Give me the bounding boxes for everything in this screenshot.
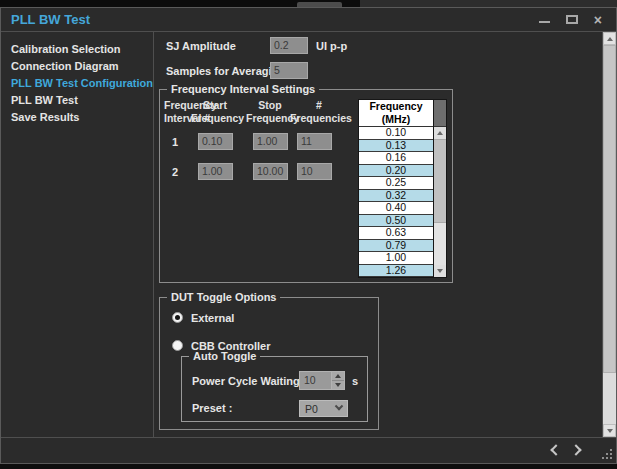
close-icon[interactable]: × — [594, 14, 602, 26]
preset-dropdown[interactable]: P0 — [299, 400, 348, 417]
auto-toggle-group: Auto Toggle Power Cycle Waiting : 10 s P… — [181, 356, 368, 422]
table-row[interactable]: 0.16 — [359, 152, 433, 165]
bottom-bar — [1, 437, 616, 463]
column-header-start-frequency: Start Frequency — [191, 99, 239, 125]
frequency-table-scrollbar-thumb[interactable] — [434, 139, 446, 223]
table-row[interactable]: 1.00 — [359, 252, 433, 265]
spinner-down-icon[interactable] — [332, 381, 344, 389]
column-header-num-frequencies: # Frequencies — [290, 99, 348, 125]
interval-1-count-input[interactable]: 11 — [297, 133, 332, 150]
sidebar-item-pll-bw-test[interactable]: PLL BW Test — [1, 92, 153, 109]
top-edge-strip — [0, 0, 617, 7]
frequency-interval-settings-title: Frequency Interval Settings — [167, 83, 319, 95]
chevron-right-icon[interactable] — [570, 444, 581, 455]
table-row[interactable]: 0.40 — [359, 202, 433, 215]
chevron-down-icon[interactable] — [603, 424, 616, 437]
table-row[interactable]: 1.26 — [359, 265, 433, 278]
frequency-interval-settings-group: Frequency Interval Settings Frequency In… — [159, 89, 453, 283]
minimize-icon[interactable] — [539, 21, 550, 23]
main-content: SJ Amplitude 0.2 UI p-p Samples for Aver… — [154, 32, 602, 437]
samples-for-averaging-input[interactable]: 5 — [270, 62, 308, 79]
samples-for-averaging-label: Samples for Averaging — [166, 65, 285, 77]
sidebar-item-save-results[interactable]: Save Results — [1, 109, 153, 126]
table-row[interactable]: 0.25 — [359, 177, 433, 190]
titlebar: PLL BW Test × — [1, 8, 616, 32]
power-cycle-waiting-unit: s — [352, 375, 358, 387]
resize-grip-icon[interactable] — [610, 457, 612, 459]
sidebar-item-pll-bw-test-configuration[interactable]: PLL BW Test Configuration — [1, 75, 153, 92]
chevron-down-icon — [335, 401, 343, 409]
sj-amplitude-unit: UI p-p — [316, 40, 347, 52]
auto-toggle-title: Auto Toggle — [189, 350, 260, 362]
sidebar: Calibration Selection Connection Diagram… — [1, 32, 154, 437]
external-radio-label[interactable]: External — [191, 312, 234, 324]
power-cycle-waiting-input[interactable]: 10 — [299, 371, 331, 390]
frequency-table-header: Frequency (MHz) — [359, 100, 433, 127]
chevron-left-icon[interactable] — [550, 444, 561, 455]
table-row[interactable]: 0.10 — [359, 127, 433, 140]
cbb-controller-radio[interactable] — [172, 340, 183, 351]
interval-2-number: 2 — [164, 166, 186, 178]
power-cycle-waiting-label: Power Cycle Waiting : — [192, 375, 307, 387]
frequency-table-scrollbar-spacer — [434, 100, 446, 127]
vertical-scrollbar[interactable] — [602, 32, 616, 437]
window-body: Calibration Selection Connection Diagram… — [1, 32, 616, 437]
interval-2-start-input[interactable]: 1.00 — [198, 163, 233, 180]
preset-dropdown-value: P0 — [305, 403, 318, 415]
top-edge-fill — [360, 0, 617, 7]
interval-1-stop-input[interactable]: 1.00 — [253, 133, 288, 150]
chevron-down-icon[interactable] — [434, 265, 446, 277]
sj-amplitude-input[interactable]: 0.2 — [270, 37, 308, 54]
vertical-scrollbar-track[interactable] — [603, 373, 616, 424]
column-header-stop-frequency: Stop Frequency — [246, 99, 294, 125]
interval-2-stop-input[interactable]: 10.00 — [253, 163, 288, 180]
window-controls: × — [539, 14, 606, 26]
interval-2-count-input[interactable]: 10 — [297, 163, 332, 180]
vertical-scrollbar-thumb[interactable] — [603, 45, 616, 373]
sidebar-item-calibration-selection[interactable]: Calibration Selection — [1, 41, 153, 58]
interval-1-start-input[interactable]: 0.10 — [198, 133, 233, 150]
chevron-up-icon[interactable] — [434, 127, 446, 139]
frequency-table-body: Frequency (MHz) 0.10 0.13 0.16 0.20 0.25… — [358, 99, 434, 278]
maximize-icon[interactable] — [566, 15, 578, 24]
spinner-up-icon[interactable] — [332, 372, 344, 381]
frequency-table-scrollbar-track[interactable] — [434, 223, 446, 265]
interval-1-number: 1 — [164, 136, 186, 148]
chevron-up-icon[interactable] — [603, 32, 616, 45]
external-radio[interactable] — [172, 312, 183, 323]
dut-toggle-options-group: DUT Toggle Options External CBB Controll… — [159, 297, 379, 430]
window-title: PLL BW Test — [11, 12, 90, 27]
sidebar-item-connection-diagram[interactable]: Connection Diagram — [1, 58, 153, 75]
sj-amplitude-label: SJ Amplitude — [166, 40, 236, 52]
frequency-table: Frequency (MHz) 0.10 0.13 0.16 0.20 0.25… — [358, 99, 447, 278]
power-cycle-waiting-spinner[interactable]: 10 — [299, 371, 345, 390]
dut-toggle-options-title: DUT Toggle Options — [167, 291, 281, 303]
preset-label: Preset : — [192, 402, 232, 414]
screen: PLL BW Test × Calibration Selection Conn… — [0, 0, 617, 469]
frequency-table-header-text: Frequency (MHz) — [369, 100, 422, 126]
spinner-buttons — [331, 371, 345, 390]
frequency-table-scrollbar[interactable] — [434, 99, 447, 278]
pll-bw-test-window: PLL BW Test × Calibration Selection Conn… — [0, 7, 617, 464]
table-row[interactable]: 0.63 — [359, 227, 433, 240]
